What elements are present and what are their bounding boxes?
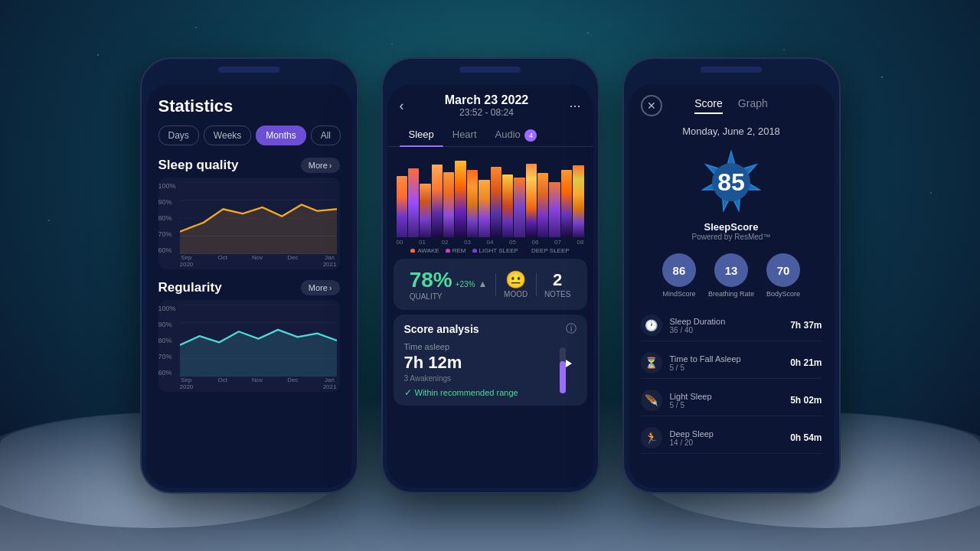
close-button[interactable]: ✕ [641,95,662,116]
light-sleep-name: Light Sleep [670,392,783,401]
score-analysis-section: Score analysis ⓘ Time asleep 7h 12m 3 Aw… [394,315,587,406]
time-tabs: Days Weeks Months All [158,126,340,145]
light-sleep-value: 5h 02m [790,395,822,406]
deep-sleep-name: Deep Sleep [670,429,783,439]
sleep-duration-info: Sleep Duration 36 / 40 [670,317,783,334]
deep-sleep-icon: 🏃 [641,427,662,448]
deep-sleep-score: 14 / 20 [670,439,783,447]
body-score-circle: 70 [766,253,800,287]
regularity-more-button[interactable]: More › [301,280,340,295]
time-to-fall-asleep-row: ⏳ Time to Fall Asleep 5 / 5 0h 21m [641,347,822,379]
sleep-detail-header: ‹ March 23 2022 23:52 - 08:24 ··· [387,84,593,124]
range-indicator: ✓ Within recommended range [404,387,577,398]
light-sleep-score: 5 / 5 [670,401,783,409]
sleep-duration-icon: 🕐 [641,315,662,336]
tab-months[interactable]: Months [256,126,305,145]
time-asleep-value: 7h 12m [404,353,577,373]
quality-number: 78% [410,268,452,292]
quality-label: QUALITY [410,292,488,301]
sleep-quality-x-axis: Sep2020 Oct Nov Dec Jan2021 [180,254,337,268]
metrics-list: 🕐 Sleep Duration 36 / 40 7h 37m ⏳ Time t… [641,310,822,454]
breathing-score-circle: 13 [714,253,748,287]
powered-by-label: Powered by ResMed™ [692,233,771,241]
notes-count: 2 [544,270,570,290]
info-icon[interactable]: ⓘ [566,322,577,336]
range-bar [560,347,566,393]
back-button[interactable]: ‹ [400,98,404,114]
regularity-y-axis: 100% 90% 80% 70% 60% [158,305,178,377]
chevron-right-icon: › [329,161,332,170]
tab-all[interactable]: All [311,126,341,145]
score-analysis-title: Score analysis [404,323,479,335]
sleep-score-display: 85 SleepScore Powered by ResMed™ [641,148,822,241]
sleep-tabs: Sleep Heart Audio 4 [387,124,593,147]
quality-section: 78% +23% ▲ QUALITY 😐 MOOD [394,259,587,310]
range-fill [560,361,566,393]
sleep-score-number: 85 [717,168,745,197]
chart-x-labels: 000102030405060708 [394,239,587,246]
time-asleep-label: Time asleep [404,342,577,351]
deep-sleep-value: 0h 54m [790,432,822,443]
divider-2 [536,273,537,296]
notes-label: NOTES [544,290,570,298]
sleep-quality-chart-area [180,182,337,254]
sleep-score-label: SleepScore [704,221,759,233]
sleep-duration-row: 🕐 Sleep Duration 36 / 40 7h 37m [641,310,822,341]
regularity-x-axis: Sep2020 Oct Nov Dec Jan2021 [180,377,337,390]
score-view-tabs: Score Graph [694,97,768,114]
sleep-quality-title: Sleep quality [158,158,239,173]
legend-deep-sleep: DEEP SLEEP [531,247,570,253]
mind-score-item: 86 MindScore [662,253,696,298]
statistics-title: Statistics [158,96,340,116]
quality-change: +23% [456,280,475,289]
time-to-fall-asleep-info: Time to Fall Asleep 5 / 5 [670,354,783,372]
chart-legend: AWAKE REM LIGHT SLEEP DEEP SLEEP [394,246,587,253]
light-sleep-icon: 🪶 [641,390,662,411]
time-to-fall-asleep-name: Time to Fall Asleep [670,354,783,364]
time-to-fall-asleep-icon: ⏳ [641,352,662,373]
regularity-title: Regularity [158,280,222,295]
awakenings-text: 3 Awakenings [404,374,577,383]
sleep-quality-chart: 100% 90% 80% 70% 60% [158,178,340,269]
tab-graph[interactable]: Graph [738,97,768,114]
sleep-bar-chart: 000102030405060708 AWAKE REM LIGHT SLEEP… [394,153,587,253]
tab-sleep[interactable]: Sleep [400,124,443,146]
light-sleep-info: Light Sleep 5 / 5 [670,392,783,409]
phone-score-detail-screen: ✕ Score Graph Monday, June 2, 2018 [629,84,835,487]
phone-statistics-screen: Statistics Days Weeks Months All Sleep q… [146,84,352,487]
mind-score-circle: 86 [662,253,696,287]
body-score-item: 70 BodyScore [766,253,800,298]
tab-score[interactable]: Score [694,97,723,114]
tab-heart[interactable]: Heart [443,124,486,146]
svg-marker-5 [180,204,337,254]
legend-awake: AWAKE [417,247,439,253]
deep-sleep-row: 🏃 Deep Sleep 14 / 20 0h 54m [641,422,822,454]
chevron-right-icon-2: › [329,283,332,292]
options-button[interactable]: ··· [569,98,580,114]
sleep-quality-more-button[interactable]: More › [301,158,340,173]
mind-score-label: MindScore [662,290,695,298]
range-text: Within recommended range [415,388,518,397]
sleep-date-text: March 23 2022 [445,93,528,107]
tab-weeks[interactable]: Weeks [204,126,251,145]
sleep-time-range: 23:52 - 08:24 [445,107,528,118]
sub-scores-row: 86 MindScore 13 Breathing Rate 70 BodySc… [641,253,822,298]
phone-sleep-detail-screen: ‹ March 23 2022 23:52 - 08:24 ··· Sleep … [387,84,593,487]
regularity-header: Regularity More › [158,280,340,295]
tab-days[interactable]: Days [158,126,199,145]
regularity-chart: 100% 90% 80% 70% 60% [158,300,340,392]
deep-sleep-info: Deep Sleep 14 / 20 [670,429,783,447]
audio-badge: 4 [524,129,537,142]
mood-info: 😐 MOOD [504,270,528,298]
phone-sleep-detail: ‹ March 23 2022 23:52 - 08:24 ··· Sleep … [381,57,599,494]
sleep-quality-header: Sleep quality More › [158,158,340,173]
score-star: 85 [697,148,766,217]
tab-audio[interactable]: Audio 4 [486,124,547,146]
light-sleep-row: 🪶 Light Sleep 5 / 5 5h 02m [641,385,822,416]
mood-emoji: 😐 [504,270,528,290]
legend-rem: REM [452,247,466,253]
breathing-score-label: Breathing Rate [708,290,754,298]
sleep-date-info: March 23 2022 23:52 - 08:24 [445,93,528,118]
regularity-chart-area [180,305,337,377]
legend-light-sleep: LIGHT SLEEP [479,247,518,253]
